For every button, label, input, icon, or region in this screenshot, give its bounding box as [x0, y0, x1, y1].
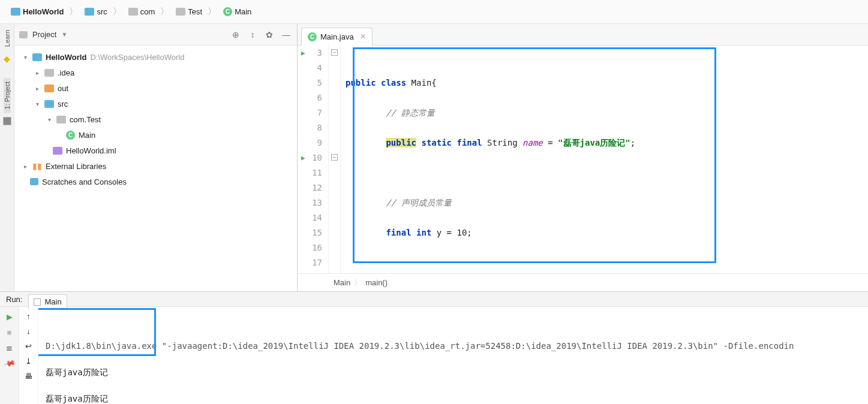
- tree-idea-folder[interactable]: ▸ .idea: [19, 65, 297, 80]
- learn-tab[interactable]: Learn: [4, 26, 11, 50]
- soft-wrap-icon[interactable]: ↩: [25, 342, 32, 351]
- folder-icon: [85, 8, 94, 16]
- chevron-down-icon[interactable]: ▼: [61, 31, 67, 38]
- chevron-down-icon[interactable]: ▾: [46, 116, 53, 123]
- print-icon[interactable]: 🖶: [25, 372, 32, 381]
- tree-out-folder[interactable]: ▸ out: [19, 80, 297, 96]
- gear-icon[interactable]: ✿: [263, 30, 275, 40]
- main-area: Learn ◆ 1: Project Project ▼ ⊕ ↕ ✿ — ▾ H…: [0, 24, 868, 291]
- class-icon: C: [308, 32, 317, 41]
- tree-root-name: HelloWorld: [46, 53, 86, 62]
- close-tab-icon[interactable]: ✕: [360, 32, 366, 41]
- crumb-method[interactable]: main(): [365, 278, 388, 287]
- run-gutter-icon[interactable]: ▶: [301, 150, 305, 165]
- pin-button[interactable]: 📌: [3, 357, 16, 370]
- project-panel-title[interactable]: Project: [32, 30, 56, 39]
- breadcrumb-project-label: HelloWorld: [23, 7, 64, 16]
- fold-icon[interactable]: −: [331, 49, 338, 56]
- file-icon: [53, 147, 62, 155]
- run-body: ▶ ■ ≣ 📌 ↑ ↓ ↩ ⤓ 🖶 D:\jdk1.8\bin\java.exe…: [0, 307, 868, 404]
- rerun-button[interactable]: ▶: [5, 312, 14, 321]
- class-icon: C: [66, 131, 75, 140]
- up-icon[interactable]: ↑: [26, 312, 31, 321]
- code-content[interactable]: public class Main{ // 静态常量 public static…: [341, 46, 868, 273]
- libraries-icon: ▮▮: [32, 161, 42, 171]
- run-config-label: Main: [44, 297, 61, 306]
- run-toolbar: ▶ ■ ≣ 📌: [0, 307, 19, 404]
- fold-icon[interactable]: −: [331, 154, 338, 161]
- breadcrumb-item-label: Main: [235, 7, 251, 16]
- editor-tab-main[interactable]: C Main.java ✕: [301, 28, 373, 46]
- run-config-icon: [34, 299, 41, 306]
- project-icon: [32, 53, 42, 61]
- code-editor[interactable]: ▶3 4567 89 ▶10 11121314 151617 − − publi…: [298, 46, 868, 273]
- breadcrumb-item-label: src: [97, 7, 107, 16]
- project-icon: [11, 8, 20, 16]
- class-icon: C: [223, 7, 232, 16]
- editor-tab-label: Main.java: [320, 32, 354, 41]
- tree-scratches[interactable]: Scratches and Consoles: [19, 174, 297, 189]
- breadcrumb-main[interactable]: C Main: [221, 4, 254, 20]
- project-panel-header: Project ▼ ⊕ ↕ ✿ —: [14, 24, 297, 46]
- chevron-right-icon: 〉: [160, 6, 169, 17]
- tree-item-label: Scratches and Consoles: [42, 177, 127, 186]
- project-tool-tab[interactable]: 1: Project: [4, 78, 11, 113]
- tree-item-label: com.Test: [70, 115, 101, 124]
- tree-item-label: .idea: [58, 68, 74, 77]
- breadcrumb-test[interactable]: Test 〉: [173, 4, 220, 20]
- editor-breadcrumb: Main 〉 main(): [298, 273, 868, 291]
- package-icon: [56, 116, 66, 123]
- breadcrumb-project[interactable]: HelloWorld 〉: [8, 4, 81, 20]
- tree-item-label: Main: [79, 131, 95, 140]
- locate-icon[interactable]: ⊕: [230, 30, 242, 40]
- run-panel: Run: Main ▶ ■ ≣ 📌 ↑ ↓ ↩ ⤓ 🖶 D:\jdk1.8\bi…: [0, 291, 868, 404]
- breadcrumb-src[interactable]: src 〉: [82, 4, 124, 20]
- tree-src-folder[interactable]: ▾ src: [19, 96, 297, 111]
- stop-button[interactable]: ■: [5, 327, 14, 337]
- chevron-down-icon[interactable]: ▾: [22, 54, 29, 61]
- down-icon[interactable]: ↓: [26, 327, 31, 336]
- chevron-right-icon: 〉: [208, 6, 217, 17]
- console-command-line: D:\jdk1.8\bin\java.exe "-javaagent:D:\id…: [46, 339, 861, 352]
- project-tree: ▾ HelloWorldD:\WorkSpaces\HelloWorld ▸ .…: [14, 46, 297, 193]
- chevron-right-icon: 〉: [69, 6, 78, 17]
- chevron-right-icon[interactable]: ▸: [22, 163, 29, 170]
- run-gutter-icon[interactable]: ▶: [301, 46, 305, 61]
- chevron-right-icon: 〉: [113, 6, 122, 17]
- navigation-breadcrumb: HelloWorld 〉 src 〉 com 〉 Test 〉 C Main: [0, 0, 868, 24]
- folder-icon: [128, 8, 138, 16]
- chevron-right-icon: 〉: [354, 278, 362, 288]
- chevron-right-icon[interactable]: ▸: [34, 70, 41, 76]
- tree-item-label: External Libraries: [46, 162, 106, 171]
- fold-gutter: − −: [329, 46, 341, 273]
- editor-panel: C Main.java ✕ ▶3 4567 89 ▶10 11121314 15…: [298, 24, 868, 291]
- chevron-right-icon[interactable]: ▸: [34, 85, 41, 92]
- left-tool-strip: Learn ◆ 1: Project: [0, 24, 14, 291]
- breadcrumb-item-label: com: [140, 7, 155, 16]
- tree-class-main[interactable]: C Main: [19, 127, 297, 143]
- editor-tab-bar: C Main.java ✕: [298, 24, 868, 46]
- breadcrumb-com[interactable]: com 〉: [126, 4, 173, 20]
- folder-icon: [176, 8, 185, 16]
- tree-iml-file[interactable]: HelloWorld.iml: [19, 143, 297, 158]
- hide-panel-icon[interactable]: —: [280, 30, 292, 40]
- breadcrumb-item-label: Test: [188, 7, 202, 16]
- structure-icon[interactable]: [3, 117, 11, 125]
- tree-root[interactable]: ▾ HelloWorldD:\WorkSpaces\HelloWorld: [19, 49, 297, 65]
- source-folder-icon: [44, 100, 54, 108]
- tree-external-libraries[interactable]: ▸ ▮▮ External Libraries: [19, 158, 297, 174]
- console-line: 磊哥java历险记: [46, 366, 861, 379]
- chevron-down-icon[interactable]: ▾: [34, 101, 41, 107]
- console-line: 磊哥java历险记: [46, 392, 861, 404]
- tree-item-label: out: [58, 84, 68, 93]
- console-output[interactable]: D:\jdk1.8\bin\java.exe "-javaagent:D:\id…: [38, 307, 868, 404]
- tree-package[interactable]: ▾ com.Test: [19, 111, 297, 127]
- learn-icon: ◆: [4, 54, 10, 64]
- tree-item-label: src: [58, 100, 68, 108]
- layout-button[interactable]: ≣: [5, 343, 14, 352]
- scroll-to-end-icon[interactable]: ⤓: [25, 357, 32, 366]
- crumb-class[interactable]: Main: [334, 278, 350, 287]
- collapse-icon[interactable]: ↕: [247, 30, 259, 40]
- console-toolbar: ↑ ↓ ↩ ⤓ 🖶: [19, 307, 38, 404]
- run-panel-header: Run: Main: [0, 292, 868, 307]
